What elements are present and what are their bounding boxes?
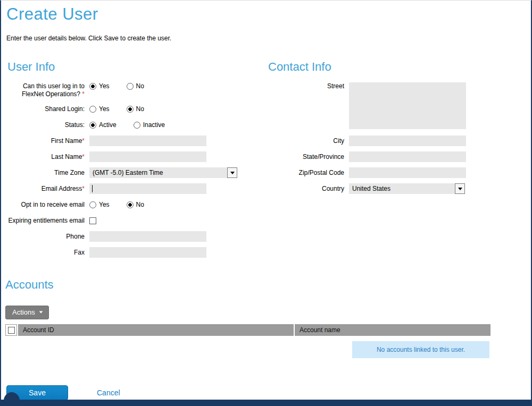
page-subtitle: Enter the user details below. Click Save… [1, 24, 531, 42]
state-row: State/Province [268, 151, 531, 162]
shared-login-yes-label: Yes [99, 105, 110, 113]
phone-input[interactable] [89, 231, 206, 242]
shared-login-no-label: No [136, 105, 144, 113]
login-question-label-line1: Can this user log in to [23, 82, 85, 90]
first-name-label-text: First Name [51, 137, 82, 145]
expiring-email-checkbox[interactable] [89, 217, 96, 224]
zip-label: Zip/Postal Code [268, 169, 349, 177]
actions-button-label: Actions [12, 308, 35, 316]
first-name-label: First Name* [5, 137, 89, 145]
street-textarea[interactable] [349, 82, 466, 129]
login-question-label-line2: FlexNet Operations? [22, 90, 80, 98]
first-name-input[interactable] [89, 136, 206, 146]
zip-input[interactable] [349, 167, 466, 178]
country-select[interactable]: United States [349, 183, 465, 194]
required-asterisk: * [82, 137, 85, 145]
login-yes-option[interactable]: Yes [89, 82, 110, 90]
city-input[interactable] [349, 136, 466, 146]
dropdown-caret-icon [39, 311, 43, 313]
fax-row: Fax [5, 247, 268, 258]
actions-button[interactable]: Actions [5, 306, 49, 319]
time-zone-row: Time Zone (GMT -5.0) Eastern Time [5, 167, 268, 178]
state-label: State/Province [268, 153, 349, 161]
user-info-section: User Info Can this user log in to FlexNe… [1, 60, 268, 263]
time-zone-select[interactable]: (GMT -5.0) Eastern Time [89, 167, 237, 178]
login-question-row: Can this user log in to FlexNet Operatio… [5, 82, 268, 98]
status-radio-group: Active Inactive [89, 121, 182, 129]
select-all-checkbox[interactable] [8, 327, 15, 334]
email-label-text: Email Address [41, 185, 82, 192]
status-active-radio[interactable] [89, 122, 96, 129]
user-info-heading: User Info [5, 60, 268, 74]
login-radio-group: Yes No [89, 82, 161, 90]
country-value: United States [352, 185, 455, 192]
last-name-label: Last Name* [5, 153, 89, 161]
bottom-bar [1, 400, 531, 406]
shared-login-row: Shared Login: Yes No [5, 104, 268, 114]
last-name-input[interactable] [89, 151, 206, 162]
email-row: Email Address* [5, 183, 268, 194]
email-input[interactable] [89, 183, 206, 194]
login-yes-radio[interactable] [89, 83, 96, 90]
shared-login-no-option[interactable]: No [127, 105, 144, 113]
country-row: Country United States [268, 183, 531, 194]
email-input-wrap [89, 183, 206, 194]
accounts-table-header: Account ID Account name [5, 324, 491, 336]
status-label: Status: [5, 121, 89, 129]
street-label: Street [268, 82, 349, 90]
phone-row: Phone [5, 231, 268, 242]
login-yes-label: Yes [99, 82, 110, 90]
opt-in-yes-option[interactable]: Yes [89, 201, 110, 208]
fax-label: Fax [5, 249, 89, 257]
create-user-page: Create User Enter the user details below… [0, 0, 532, 406]
opt-in-yes-radio[interactable] [89, 201, 96, 208]
status-inactive-radio[interactable] [134, 122, 140, 129]
phone-label: Phone [5, 233, 89, 241]
dropdown-arrow-icon [227, 167, 237, 178]
first-name-row: First Name* [5, 136, 268, 146]
opt-in-radio-group: Yes No [89, 201, 161, 208]
text-caret [92, 185, 93, 192]
zip-row: Zip/Postal Code [268, 167, 531, 178]
empty-accounts-notice: No accounts linked to this user. [352, 341, 489, 358]
opt-in-no-label: No [136, 201, 144, 208]
opt-in-no-option[interactable]: No [127, 201, 144, 208]
shared-login-label: Shared Login: [5, 105, 89, 113]
column-header-account-id: Account ID [18, 324, 294, 336]
accounts-heading: Accounts [5, 278, 531, 292]
status-active-option[interactable]: Active [89, 121, 117, 129]
opt-in-no-radio[interactable] [127, 201, 134, 208]
email-label: Email Address* [5, 185, 89, 193]
fax-input[interactable] [89, 247, 206, 258]
shared-login-yes-option[interactable]: Yes [89, 105, 110, 113]
shared-login-yes-radio[interactable] [89, 106, 96, 113]
login-no-option[interactable]: No [127, 82, 144, 90]
accounts-section: Accounts Actions Account ID Account name… [1, 278, 531, 358]
column-header-account-name: Account name [295, 324, 491, 336]
last-name-row: Last Name* [5, 151, 268, 162]
street-row: Street [268, 82, 531, 129]
required-asterisk: * [82, 90, 85, 98]
city-row: City [268, 136, 531, 146]
opt-in-yes-label: Yes [99, 201, 110, 208]
dropdown-arrow-icon [455, 183, 465, 194]
state-input[interactable] [349, 151, 466, 162]
select-all-cell [5, 324, 17, 336]
status-inactive-option[interactable]: Inactive [134, 121, 165, 129]
required-asterisk: * [82, 185, 85, 192]
contact-info-section: Contact Info Street City State/Province … [268, 60, 531, 263]
city-label: City [268, 137, 349, 145]
expiring-email-label: Expiring entitlements email [5, 217, 89, 225]
login-no-radio[interactable] [127, 83, 134, 90]
shared-login-radio-group: Yes No [89, 105, 161, 113]
country-label: Country [268, 185, 349, 193]
shared-login-no-radio[interactable] [127, 106, 134, 113]
time-zone-label: Time Zone [5, 169, 89, 177]
opt-in-row: Opt in to receive email Yes No [5, 199, 268, 210]
last-name-label-text: Last Name [51, 153, 82, 160]
status-active-label: Active [99, 121, 117, 129]
required-asterisk: * [82, 153, 85, 160]
form-columns: User Info Can this user log in to FlexNe… [1, 60, 531, 263]
contact-info-heading: Contact Info [268, 60, 531, 74]
cancel-link[interactable]: Cancel [97, 388, 120, 397]
